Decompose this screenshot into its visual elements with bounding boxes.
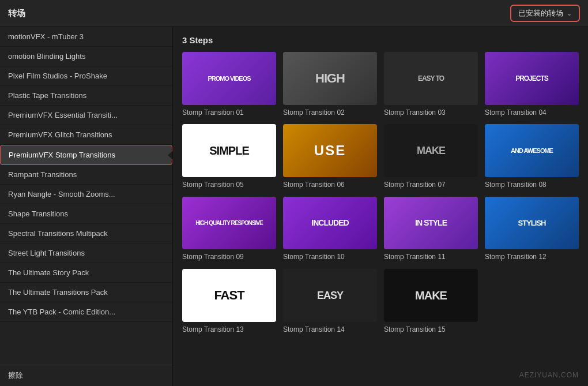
grid-item-14[interactable]: Stomp Transition 14: [283, 269, 377, 334]
sidebar-item-6[interactable]: PremiumVFX Stomp Transitions: [0, 145, 172, 165]
grid-item-3[interactable]: Stomp Transition 03: [384, 52, 478, 117]
sidebar-item-7[interactable]: Rampant Transitions: [0, 165, 172, 185]
grid-item-label-10: Stomp Transition 10: [283, 253, 377, 262]
content-area: 3 Steps Stomp Transition 01Stomp Transit…: [173, 27, 588, 386]
grid-item-8[interactable]: Stomp Transition 08: [485, 124, 579, 189]
sidebar-item-11[interactable]: Street Light Transitions: [0, 243, 172, 263]
sidebar-item-4[interactable]: PremiumVFX Essential Transiti...: [0, 106, 172, 125]
grid-item-9[interactable]: Stomp Transition 09: [182, 197, 276, 262]
grid-item-label-14: Stomp Transition 14: [283, 325, 377, 335]
installed-button-label: 已安装的转场: [518, 8, 563, 18]
page-title: 转场: [8, 8, 25, 19]
grid-item-4[interactable]: Stomp Transition 04: [485, 52, 579, 117]
grid-item-label-4: Stomp Transition 04: [485, 108, 579, 118]
sidebar-item-14[interactable]: The YTB Pack - Comic Edition...: [0, 302, 172, 322]
sidebar-item-13[interactable]: The Ultimate Transitions Pack: [0, 283, 172, 302]
sidebar-item-5[interactable]: PremiumVFX Glitch Transitions: [0, 125, 172, 145]
grid-item-15[interactable]: Stomp Transition 15: [384, 269, 478, 334]
grid-item-label-11: Stomp Transition 11: [384, 253, 478, 262]
grid-item-label-2: Stomp Transition 02: [283, 108, 377, 118]
sidebar: motionVFX - mTuber 3omotion Blinding Lig…: [0, 27, 173, 386]
sidebar-item-12[interactable]: The Ultimate Story Pack: [0, 263, 172, 283]
sidebar-item-10[interactable]: Spectral Transitions Multipack: [0, 224, 172, 243]
grid-item-label-12: Stomp Transition 12: [485, 253, 579, 262]
grid-item-label-15: Stomp Transition 15: [384, 325, 478, 335]
grid: Stomp Transition 01Stomp Transition 02St…: [182, 52, 579, 334]
grid-item-label-6: Stomp Transition 06: [283, 181, 377, 190]
sidebar-item-0[interactable]: motionVFX - mTuber 3: [0, 27, 172, 47]
grid-item-label-1: Stomp Transition 01: [182, 108, 276, 118]
grid-item-1[interactable]: Stomp Transition 01: [182, 52, 276, 117]
sidebar-item-1[interactable]: omotion Blinding Lights: [0, 47, 172, 66]
installed-button[interactable]: 已安装的转场 ⌄: [510, 5, 580, 22]
watermark: AEZIYUAN.COM: [519, 371, 579, 379]
grid-item-2[interactable]: Stomp Transition 02: [283, 52, 377, 117]
grid-item-6[interactable]: Stomp Transition 06: [283, 124, 377, 189]
grid-item-10[interactable]: Stomp Transition 10: [283, 197, 377, 262]
main-area: motionVFX - mTuber 3omotion Blinding Lig…: [0, 27, 588, 386]
grid-item-5[interactable]: Stomp Transition 05: [182, 124, 276, 189]
sidebar-item-3[interactable]: Plastic Tape Transitions: [0, 86, 172, 106]
grid-item-11[interactable]: Stomp Transition 11: [384, 197, 478, 262]
grid-item-13[interactable]: Stomp Transition 13: [182, 269, 276, 334]
section-title: 3 Steps: [182, 35, 579, 45]
grid-item-label-3: Stomp Transition 03: [384, 108, 478, 118]
top-bar: 转场 已安装的转场 ⌄: [0, 0, 588, 27]
grid-item-label-9: Stomp Transition 09: [182, 253, 276, 262]
sidebar-item-8[interactable]: Ryan Nangle - Smooth Zooms...: [0, 185, 172, 204]
sidebar-item-9[interactable]: Shape Transitions: [0, 204, 172, 224]
grid-item-12[interactable]: Stomp Transition 12: [485, 197, 579, 262]
grid-item-label-5: Stomp Transition 05: [182, 181, 276, 190]
sidebar-item-2[interactable]: Pixel Film Studios - ProShake: [0, 66, 172, 86]
grid-item-7[interactable]: Stomp Transition 07: [384, 124, 478, 189]
sidebar-footer[interactable]: 擦除: [0, 365, 172, 386]
grid-item-label-8: Stomp Transition 08: [485, 181, 579, 190]
grid-item-label-7: Stomp Transition 07: [384, 181, 478, 190]
chevron-down-icon: ⌄: [567, 10, 572, 17]
grid-item-label-13: Stomp Transition 13: [182, 325, 276, 335]
